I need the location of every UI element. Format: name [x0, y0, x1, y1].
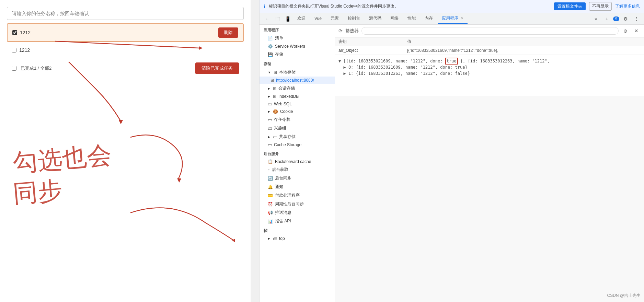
task-input[interactable]	[12, 11, 239, 16]
delete-button-1[interactable]: 删除	[218, 27, 238, 38]
add-tab-button[interactable]: +	[602, 14, 612, 24]
sidebar-bfc[interactable]: 📋 Back/forward cache	[260, 158, 335, 165]
learn-more-link[interactable]: 了解更多信息	[615, 3, 640, 9]
filter-label: 筛选器	[345, 28, 359, 34]
session-triangle: ▶	[268, 87, 270, 90]
sidebar-local-storage[interactable]: ▼ ⊞ 本地存储	[260, 68, 335, 77]
svg-marker-3	[177, 178, 181, 183]
tab-close-icon[interactable]: ✕	[461, 16, 463, 20]
more-options-button[interactable]: ⋮	[632, 14, 641, 24]
tab-source[interactable]: 源代码	[365, 13, 386, 24]
devtools-sidebar: 应用程序 📄 清单 ⚙️ Service Workers 💾 存储 存储 ▼ ⊞…	[260, 25, 335, 302]
clear-done-button[interactable]: 清除已完成任务	[195, 62, 239, 74]
bg-sync-icon: 🔄	[268, 176, 273, 181]
cookie-icon: 🍪	[273, 109, 278, 114]
frames-triangle: ▶	[268, 237, 270, 240]
sidebar-frames-top[interactable]: ▶ 🗃 top	[260, 235, 335, 242]
key-cell-1: arr_Object	[338, 48, 407, 53]
sidebar-manifest[interactable]: 📄 清单	[260, 34, 335, 43]
local-storage-icon: ⊞	[274, 70, 277, 75]
sidebar-cookie[interactable]: ▶ 🍪 Cookie	[260, 108, 335, 115]
sidebar-websql[interactable]: 🗃 Web SQL	[260, 100, 335, 108]
sidebar-service-workers[interactable]: ⚙️ Service Workers	[260, 43, 335, 50]
filter-bar: ⟳ 筛选器 ⊘ ✕	[335, 25, 644, 37]
refresh-icon[interactable]: ⟳	[338, 28, 343, 34]
push-icon: 📢	[268, 210, 273, 215]
tab-network[interactable]: 网络	[386, 13, 403, 24]
clear-filter-button[interactable]: ⊘	[621, 27, 630, 35]
task-checkbox-2[interactable]	[12, 48, 16, 53]
svg-text:同步: 同步	[12, 176, 63, 208]
section-label-backend: 后台服务	[260, 149, 335, 158]
sidebar-bg-fetch[interactable]: ↑ 后台获取	[260, 165, 335, 174]
sidebar-payment[interactable]: 💳 付款处理程序	[260, 191, 335, 200]
tab-performance[interactable]: 性能	[403, 13, 420, 24]
col-key-header: 密钥	[338, 39, 407, 45]
tab-welcome[interactable]: 欢迎	[293, 13, 310, 24]
tab-console[interactable]: 控制台	[344, 13, 364, 24]
task-item-2: 1212	[7, 44, 244, 56]
shared-triangle: ▶	[268, 135, 270, 139]
todo-app-panel: 1212 删除 1212 已完成1 / 全部2 清除已完成任务 勾选也会 同步	[0, 0, 251, 302]
tab-elements[interactable]: 元素	[326, 13, 343, 24]
task-input-container	[7, 7, 244, 20]
devtools-main: ⟳ 筛选器 ⊘ ✕ 密钥 值 arr_Object [{"id":1683353…	[335, 25, 644, 302]
storage-icon: 💾	[268, 52, 273, 57]
sidebar-storage-main[interactable]: 💾 存储	[260, 50, 335, 59]
sidebar-cache-storage[interactable]: 🗃 Cache Storage	[260, 141, 335, 149]
sidebar-session-storage[interactable]: ▶ ⊞ 会话存储	[260, 84, 335, 93]
bg-fetch-icon: ↑	[268, 167, 270, 172]
sidebar-token[interactable]: 🗃 存任令牌	[260, 115, 335, 124]
setup-root-button[interactable]: 设置根文件夹	[554, 2, 586, 10]
token-icon: 🗃	[268, 117, 272, 122]
close-filter-button[interactable]: ✕	[632, 27, 641, 35]
info-bar: ℹ 标识项目的根文件夹以打开Visual Studio Code中的源文件并同步…	[260, 0, 644, 13]
interest-icon: 🗃	[268, 126, 272, 131]
val-cell-1: [{"id":1683353021609,"name":"1212","done…	[407, 48, 641, 53]
bottom-line-3: ▶ 1: {id: 1683353012263, name: "1212", d…	[338, 70, 641, 77]
expand-arrow-1: ▼	[338, 59, 343, 63]
table-row-1[interactable]: arr_Object [{"id":1683353021609,"name":"…	[335, 46, 644, 55]
no-show-button[interactable]: 不再显示	[589, 2, 612, 11]
sw-icon: ⚙️	[268, 44, 273, 49]
section-label-frames: 帧	[260, 225, 335, 235]
cache-icon: 🗃	[268, 142, 272, 147]
bottom-line-1: ▼ [{id: 1683353021609, name: "1212", don…	[338, 58, 641, 64]
sidebar-bg-sync[interactable]: 🔄 后台同步	[260, 174, 335, 183]
device-button[interactable]: 📱	[283, 14, 292, 24]
info-text: 标识项目的根文件夹以打开Visual Studio Code中的源文件并同步更改…	[269, 3, 551, 9]
select-all-checkbox[interactable]	[12, 66, 16, 71]
bfc-icon: 📋	[268, 159, 273, 164]
section-label-storage: 存储	[260, 59, 335, 68]
sidebar-shared-storage[interactable]: ▶ 🗃 共享存储	[260, 132, 335, 141]
idb-icon: ⊞	[273, 94, 276, 99]
csdn-watermark: CSDN @吉士先生	[607, 293, 641, 299]
bottom-line1-post: }, {id: 1683353012263, name: "1212",	[460, 59, 550, 63]
notification-badge: 5	[613, 16, 619, 21]
devtools-panel: ℹ 标识项目的根文件夹以打开Visual Studio Code中的源文件并同步…	[259, 0, 644, 302]
task-text-1: 1212	[20, 30, 218, 35]
back-button[interactable]: ←	[262, 14, 272, 24]
sidebar-periodic-sync[interactable]: ⏰ 周期性后台同步	[260, 200, 335, 208]
sidebar-interest-group[interactable]: 🗃 兴趣组	[260, 124, 335, 132]
tab-bar: ← ⬚ 📱 欢迎 Vue 元素 控制台 源代码 网络 性能 内存 应用程序 ✕	[260, 13, 644, 25]
svg-marker-2	[119, 120, 123, 124]
tab-vue[interactable]: Vue	[310, 14, 326, 24]
payment-icon: 💳	[268, 193, 273, 198]
sidebar-push[interactable]: 📢 推送消息	[260, 208, 335, 217]
shared-icon: 🗃	[273, 135, 277, 139]
tab-application[interactable]: 应用程序 ✕	[438, 13, 468, 24]
task-checkbox-1[interactable]	[12, 30, 17, 35]
more-tabs-button[interactable]: »	[591, 14, 601, 24]
footer-text: 已完成1 / 全部2	[21, 65, 195, 71]
websql-icon: 🗃	[268, 102, 272, 106]
sidebar-indexeddb[interactable]: ▶ ⊞ IndexedDB	[260, 93, 335, 100]
sidebar-report-api[interactable]: 📊 报告 API	[260, 217, 335, 225]
settings-button[interactable]: ⚙	[621, 14, 630, 24]
sidebar-notifications[interactable]: 🔔 通知	[260, 183, 335, 191]
inspect-button[interactable]: ⬚	[273, 14, 282, 24]
tab-bar-right: » + 5 ⚙ ⋮	[591, 14, 641, 24]
sidebar-localhost[interactable]: ⊞ http://localhost:8080/	[260, 77, 335, 84]
tab-memory[interactable]: 内存	[421, 13, 437, 24]
filter-input[interactable]	[361, 27, 619, 35]
